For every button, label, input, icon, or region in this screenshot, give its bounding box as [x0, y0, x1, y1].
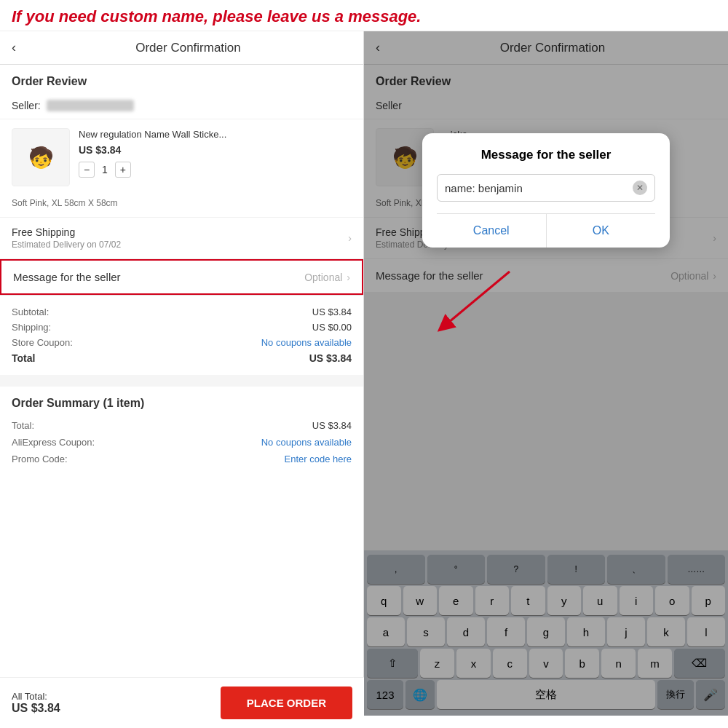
left-os-total-label: Total:: [12, 420, 34, 431]
left-header: ‹ Order Confirmation: [0, 31, 363, 65]
left-os-ali-coupon-value: No coupons available: [261, 437, 352, 448]
left-coupon-label: Store Coupon:: [12, 337, 73, 348]
left-subtotal-row: Subtotal: US $3.84: [12, 304, 352, 320]
left-total-label: Total: [12, 352, 35, 364]
left-order-review-title: Order Review: [0, 65, 363, 95]
left-qty-increase[interactable]: +: [115, 162, 131, 178]
left-shipping-chevron: ›: [348, 232, 352, 244]
left-product-info: New regulation Name Wall Sticke... US $3…: [79, 128, 352, 178]
left-bottom-bar: All Total: US $3.84 PLACE ORDER: [0, 677, 364, 716]
left-product-name: New regulation Name Wall Sticke...: [79, 128, 352, 141]
left-qty-decrease[interactable]: −: [79, 162, 95, 178]
left-variant-row: Soft Pink, XL 58cm X 58cm: [0, 195, 363, 218]
left-message-label: Message for the seller: [13, 271, 304, 283]
left-message-chevron: ›: [347, 272, 350, 283]
left-os-promo-label: Promo Code:: [12, 454, 68, 464]
left-coupon-value: No coupons available: [261, 337, 352, 348]
left-order-summary-title: Order Summary (1 item): [0, 381, 363, 417]
modal-clear-button[interactable]: ✕: [633, 181, 647, 195]
left-product-qty: − 1 +: [79, 162, 352, 178]
modal-input-wrap: ✕: [437, 174, 655, 202]
left-product-price: US $3.84: [79, 144, 352, 156]
modal-title: Message for the seller: [437, 148, 655, 162]
left-panel: ‹ Order Confirmation Order Review Seller…: [0, 31, 364, 716]
left-bottom-total-label: All Total:: [12, 691, 60, 702]
right-panel: ‹ Order Confirmation Order Review Seller…: [364, 31, 728, 716]
left-os-promo-row: Promo Code: Enter code here: [12, 451, 352, 467]
modal-cancel-button[interactable]: Cancel: [437, 214, 547, 248]
left-os-total-value: US $3.84: [312, 420, 352, 431]
left-os-total-row: Total: US $3.84: [12, 417, 352, 434]
left-os-ali-coupon-label: AliExpress Coupon:: [12, 437, 95, 448]
modal-actions: Cancel OK: [437, 213, 655, 248]
left-subtotal-label: Subtotal:: [12, 306, 49, 317]
left-scroll-area: Order Review Seller: 🧒 New regulation Na…: [0, 65, 363, 713]
left-bottom-total-amount: US $3.84: [12, 702, 60, 715]
left-shipping-sub: Estimated Delivery on 07/02: [12, 240, 348, 250]
left-total-row: Total US $3.84: [12, 350, 352, 366]
left-os-ali-coupon-row: AliExpress Coupon: No coupons available: [12, 434, 352, 451]
annotation-arrow: [422, 264, 539, 337]
left-coupon-row: Store Coupon: No coupons available: [12, 335, 352, 350]
left-shipping-row[interactable]: Free Shipping Estimated Delivery on 07/0…: [0, 218, 363, 259]
left-order-summary-rows: Total: US $3.84 AliExpress Coupon: No co…: [0, 417, 363, 467]
banner-text: If you need custom name, please leave us…: [12, 7, 716, 26]
left-shipping-cost-value: US $0.00: [312, 322, 352, 333]
modal-dialog: Message for the seller ✕ Cancel OK: [422, 133, 670, 248]
left-os-promo-value[interactable]: Enter code here: [284, 454, 352, 464]
top-banner: If you need custom name, please leave us…: [0, 0, 728, 31]
left-seller-row: Seller:: [0, 95, 363, 119]
place-order-button[interactable]: PLACE ORDER: [221, 687, 352, 716]
left-divider: [0, 375, 363, 381]
left-bottom-total: All Total: US $3.84: [12, 691, 60, 715]
left-back-button[interactable]: ‹: [12, 40, 16, 55]
left-message-optional: Optional: [304, 272, 342, 283]
modal-ok-button[interactable]: OK: [547, 214, 656, 248]
left-shipping-cost-row: Shipping: US $0.00: [12, 320, 352, 335]
left-page-title: Order Confirmation: [25, 41, 352, 55]
svg-line-1: [444, 272, 510, 326]
left-shipping-info: Free Shipping Estimated Delivery on 07/0…: [12, 226, 348, 250]
left-message-row[interactable]: Message for the seller Optional ›: [0, 259, 363, 295]
left-qty-value: 1: [102, 164, 108, 175]
left-shipping-cost-label: Shipping:: [12, 322, 51, 333]
left-subtotal-value: US $3.84: [312, 306, 352, 317]
left-total-value: US $3.84: [309, 352, 352, 364]
left-seller-label: Seller:: [12, 100, 41, 111]
left-seller-name-blurred: [47, 100, 134, 111]
left-product-row: 🧒 New regulation Name Wall Sticke... US …: [0, 119, 363, 195]
modal-input[interactable]: [445, 182, 633, 194]
left-product-image: 🧒: [12, 128, 70, 186]
modal-overlay: Message for the seller ✕ Cancel OK: [364, 31, 728, 716]
left-shipping-title: Free Shipping: [12, 226, 348, 238]
left-summary-section: Subtotal: US $3.84 Shipping: US $0.00 St…: [0, 295, 363, 375]
